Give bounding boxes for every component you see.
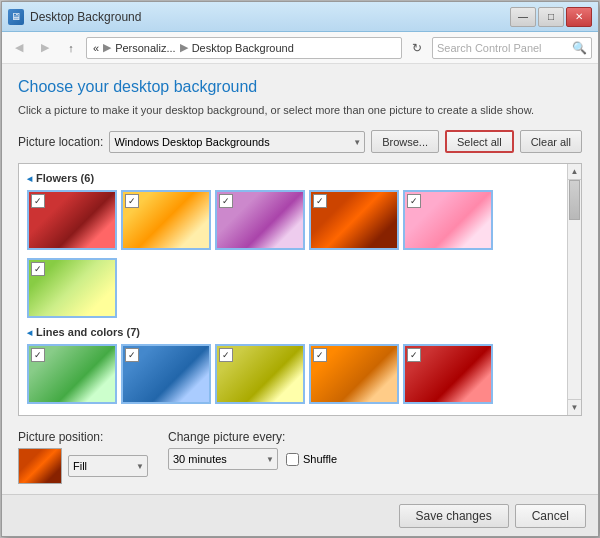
title-bar-left: 🖥 Desktop Background (8, 9, 141, 25)
window-title: Desktop Background (30, 10, 141, 24)
search-placeholder: Search Control Panel (437, 42, 542, 54)
scroll-thumb[interactable] (569, 180, 580, 220)
lines-grid: ✓ ✓ ✓ ✓ ✓ (27, 344, 559, 404)
nav-bar: ◀ ▶ ↑ « ▶ Personaliz... ▶ Desktop Backgr… (2, 32, 598, 64)
change-picture-row: 10 seconds 30 seconds 1 minute 2 minutes… (168, 448, 337, 470)
scroll-down-button[interactable]: ▼ (568, 399, 581, 415)
gallery-item-check: ✓ (219, 194, 233, 208)
maximize-button[interactable]: □ (538, 7, 564, 27)
bottom-section: Picture position: Fill Fit Stretch Tile … (18, 422, 582, 484)
gallery-item[interactable]: ✓ (215, 344, 305, 404)
gallery-item[interactable]: ✓ (27, 190, 117, 250)
position-row: Fill Fit Stretch Tile Center Span (18, 448, 148, 484)
position-select-wrapper: Fill Fit Stretch Tile Center Span (68, 455, 148, 477)
position-section: Picture position: Fill Fit Stretch Tile … (18, 430, 148, 484)
search-bar[interactable]: Search Control Panel 🔍 (432, 37, 592, 59)
shuffle-row: Shuffle (286, 453, 337, 466)
gallery-item-check: ✓ (125, 348, 139, 362)
up-button[interactable]: ↑ (60, 37, 82, 59)
position-select[interactable]: Fill Fit Stretch Tile Center Span (68, 455, 148, 477)
gallery-item[interactable]: ✓ (309, 190, 399, 250)
shuffle-label: Shuffle (303, 453, 337, 465)
lines-section-label: Lines and colors (7) (36, 326, 140, 338)
lines-section-header: ◂ Lines and colors (7) (27, 326, 559, 338)
forward-button[interactable]: ▶ (34, 37, 56, 59)
close-button[interactable]: ✕ (566, 7, 592, 27)
picture-location-label: Picture location: (18, 135, 103, 149)
gallery-item-check: ✓ (407, 348, 421, 362)
clear-all-button[interactable]: Clear all (520, 130, 582, 153)
browse-button[interactable]: Browse... (371, 130, 439, 153)
gallery-item-check: ✓ (407, 194, 421, 208)
scrollbar[interactable]: ▲ ▼ (567, 164, 581, 415)
change-picture-section: Change picture every: 10 seconds 30 seco… (168, 430, 337, 470)
gallery-item[interactable]: ✓ (403, 190, 493, 250)
gallery-item-check: ✓ (31, 194, 45, 208)
scroll-track (568, 180, 581, 399)
shuffle-checkbox[interactable] (286, 453, 299, 466)
gallery-item[interactable]: ✓ (215, 190, 305, 250)
breadcrumb-part2[interactable]: Desktop Background (192, 42, 294, 54)
flowers-grid-row2: ✓ (27, 258, 559, 318)
title-bar-controls: — □ ✕ (510, 7, 592, 27)
gallery-item-check: ✓ (219, 348, 233, 362)
breadcrumb-home: « (93, 42, 99, 54)
flowers-grid: ✓ ✓ ✓ ✓ ✓ (27, 190, 559, 250)
save-changes-button[interactable]: Save changes (399, 504, 509, 528)
picture-location-select[interactable]: Windows Desktop Backgrounds Pictures Lib… (109, 131, 365, 153)
gallery-scroll-area[interactable]: ◂ Flowers (6) ✓ ✓ ✓ ✓ (19, 164, 567, 415)
content-area: Choose your desktop background Click a p… (2, 64, 598, 494)
window-icon: 🖥 (8, 9, 24, 25)
select-all-button[interactable]: Select all (445, 130, 514, 153)
change-picture-label: Change picture every: (168, 430, 337, 444)
change-picture-select-wrapper: 10 seconds 30 seconds 1 minute 2 minutes… (168, 448, 278, 470)
gallery-item[interactable]: ✓ (121, 344, 211, 404)
back-button[interactable]: ◀ (8, 37, 30, 59)
picture-location-wrapper: Windows Desktop Backgrounds Pictures Lib… (109, 131, 365, 153)
gallery-item[interactable]: ✓ (27, 258, 117, 318)
gallery-item-check: ✓ (313, 348, 327, 362)
gallery-item[interactable]: ✓ (27, 344, 117, 404)
footer: Save changes Cancel (2, 494, 598, 536)
controls-row: Picture location: Windows Desktop Backgr… (18, 130, 582, 153)
gallery-item[interactable]: ✓ (309, 344, 399, 404)
position-thumbnail (18, 448, 62, 484)
page-subtitle: Click a picture to make it your desktop … (18, 104, 582, 116)
breadcrumb: « ▶ Personaliz... ▶ Desktop Background (86, 37, 402, 59)
flowers-section-header: ◂ Flowers (6) (27, 172, 559, 184)
lines-arrow-icon: ◂ (27, 327, 32, 338)
gallery-item-check: ✓ (31, 348, 45, 362)
gallery-container: ◂ Flowers (6) ✓ ✓ ✓ ✓ (18, 163, 582, 416)
scroll-up-button[interactable]: ▲ (568, 164, 581, 180)
desktop-background-window: 🖥 Desktop Background — □ ✕ ◀ ▶ ↑ « ▶ Per… (1, 1, 599, 537)
minimize-button[interactable]: — (510, 7, 536, 27)
title-bar: 🖥 Desktop Background — □ ✕ (2, 2, 598, 32)
refresh-button[interactable]: ↻ (406, 37, 428, 59)
flowers-section-label: Flowers (6) (36, 172, 94, 184)
gallery-item[interactable]: ✓ (121, 190, 211, 250)
gallery-item-check: ✓ (313, 194, 327, 208)
position-label: Picture position: (18, 430, 148, 444)
cancel-button[interactable]: Cancel (515, 504, 586, 528)
gallery-item[interactable]: ✓ (403, 344, 493, 404)
breadcrumb-part1[interactable]: Personaliz... (115, 42, 176, 54)
gallery-item-check: ✓ (125, 194, 139, 208)
page-title: Choose your desktop background (18, 78, 582, 96)
change-picture-select[interactable]: 10 seconds 30 seconds 1 minute 2 minutes… (168, 448, 278, 470)
flowers-arrow-icon: ◂ (27, 173, 32, 184)
gallery-item-check: ✓ (31, 262, 45, 276)
